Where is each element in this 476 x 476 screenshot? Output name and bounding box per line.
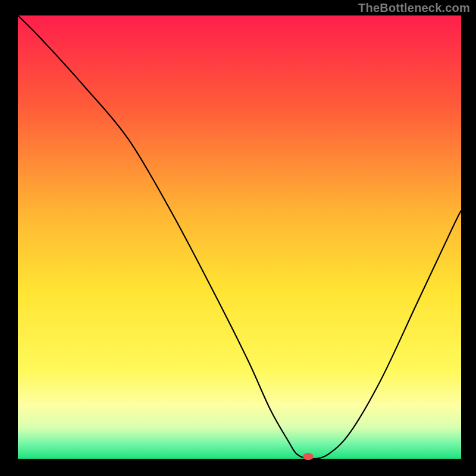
chart-stage: TheBottleneck.com [0,0,476,476]
plot-background [18,15,461,459]
bottleneck-chart [0,0,476,476]
optimal-point-marker [303,453,314,460]
